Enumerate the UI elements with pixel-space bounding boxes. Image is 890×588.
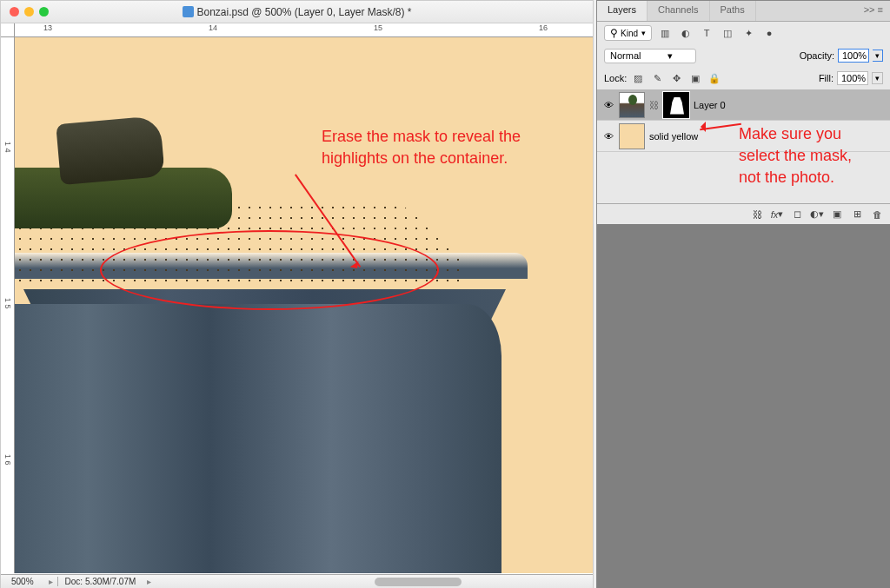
status-bar: 500% ▸ Doc: 5.30M/7.07M ▸ — [1, 574, 593, 588]
lock-row: Lock: ▨ ✎ ✥ ▣ 🔒 Fill: 100% ▾ — [597, 67, 890, 89]
layer-filter-row: ⚲ Kind ▥ ◐ T ◫ ✦ ● — [597, 22, 890, 44]
new-group-icon[interactable]: ▣ — [829, 207, 845, 222]
horizontal-scrollbar[interactable] — [375, 578, 462, 586]
annotation-arrowhead-right — [695, 122, 706, 132]
layers-panel: Layers Channels Paths >> ≡ ⚲ Kind ▥ ◐ T … — [596, 0, 890, 224]
new-layer-icon[interactable]: ⊞ — [849, 207, 865, 222]
blend-mode-row: Normal ▾ Opacity: 100% ▾ — [597, 44, 890, 67]
annotation-left: Erase the mask to reveal the highlights … — [322, 126, 548, 169]
layer-mask-thumbnail[interactable] — [663, 92, 689, 118]
annotation-right: Make sure you select the mask, not the p… — [739, 123, 878, 189]
document-icon — [183, 6, 194, 17]
filter-adjustment-icon[interactable]: ◐ — [678, 25, 694, 41]
close-window-button[interactable] — [10, 7, 19, 17]
window-title: Bonzai.psd @ 500% (Layer 0, Layer Mask/8… — [183, 6, 412, 18]
fill-input[interactable]: 100% — [837, 71, 868, 85]
filter-type-icon[interactable]: T — [699, 25, 714, 41]
fill-label: Fill: — [819, 73, 834, 83]
trunk — [56, 116, 165, 185]
channels-tab[interactable]: Channels — [648, 1, 709, 21]
layer-effects-icon[interactable]: fx▾ — [769, 207, 785, 222]
link-layers-icon[interactable]: ⛓ — [749, 207, 765, 222]
add-mask-icon[interactable]: ◻ — [789, 207, 805, 222]
fill-dropdown-icon[interactable]: ▾ — [872, 72, 883, 84]
zoom-window-button[interactable] — [39, 7, 49, 17]
filter-smart-icon[interactable]: ✦ — [741, 25, 756, 41]
layer-name[interactable]: solid yellow — [649, 131, 698, 142]
annotation-ellipse — [100, 230, 439, 310]
layers-tab[interactable]: Layers — [597, 1, 648, 21]
panel-background — [596, 222, 890, 588]
opacity-label: Opacity: — [800, 50, 834, 61]
link-icon[interactable]: ⛓ — [649, 100, 659, 110]
lock-paint-icon[interactable]: ✎ — [649, 70, 665, 86]
horizontal-ruler[interactable]: 13 14 15 16 — [15, 23, 593, 37]
lock-transparency-icon[interactable]: ▨ — [630, 70, 646, 86]
lock-artboard-icon[interactable]: ▣ — [687, 70, 703, 86]
layer-thumbnail[interactable] — [619, 92, 645, 118]
layers-panel-footer: ⛓ fx▾ ◻ ◐▾ ▣ ⊞ 🗑 — [597, 203, 890, 224]
opacity-input[interactable]: 100% — [838, 49, 869, 63]
visibility-icon[interactable]: 👁 — [602, 130, 614, 142]
lock-position-icon[interactable]: ✥ — [668, 70, 684, 86]
visibility-icon[interactable]: 👁 — [602, 99, 614, 111]
layer-row-layer0[interactable]: 👁 ⛓ Layer 0 — [597, 89, 890, 121]
filter-toggle-icon[interactable]: ● — [761, 25, 777, 41]
status-chevron-icon[interactable]: ▸ — [143, 577, 156, 586]
opacity-dropdown-icon[interactable]: ▾ — [873, 50, 883, 62]
pot-body — [15, 304, 501, 573]
lock-label: Lock: — [604, 73, 627, 83]
lock-all-icon[interactable]: 🔒 — [707, 70, 722, 86]
filter-pixel-icon[interactable]: ▥ — [657, 25, 673, 41]
paths-tab[interactable]: Paths — [710, 1, 756, 21]
add-adjustment-icon[interactable]: ◐▾ — [809, 207, 825, 222]
layer-name[interactable]: Layer 0 — [694, 100, 726, 110]
zoom-indicator[interactable]: 500% — [1, 577, 44, 586]
filter-kind-select[interactable]: ⚲ Kind — [604, 25, 652, 41]
blend-mode-select[interactable]: Normal ▾ — [604, 49, 696, 63]
status-chevron-icon[interactable]: ▸ — [44, 577, 57, 586]
ruler-corner — [1, 23, 15, 37]
title-bar: Bonzai.psd @ 500% (Layer 0, Layer Mask/8… — [1, 1, 593, 23]
collapse-panel-button[interactable]: >> ≡ — [857, 1, 890, 21]
doc-size-indicator[interactable]: Doc: 5.30M/7.07M — [57, 577, 143, 586]
vertical-ruler[interactable]: 1 4 1 5 1 6 — [1, 37, 15, 573]
window-title-text: Bonzai.psd @ 500% (Layer 0, Layer Mask/8… — [197, 6, 412, 18]
delete-layer-icon[interactable]: 🗑 — [869, 207, 885, 222]
filter-shape-icon[interactable]: ◫ — [720, 25, 735, 41]
minimize-window-button[interactable] — [24, 7, 34, 17]
layer-thumbnail[interactable] — [619, 123, 645, 149]
